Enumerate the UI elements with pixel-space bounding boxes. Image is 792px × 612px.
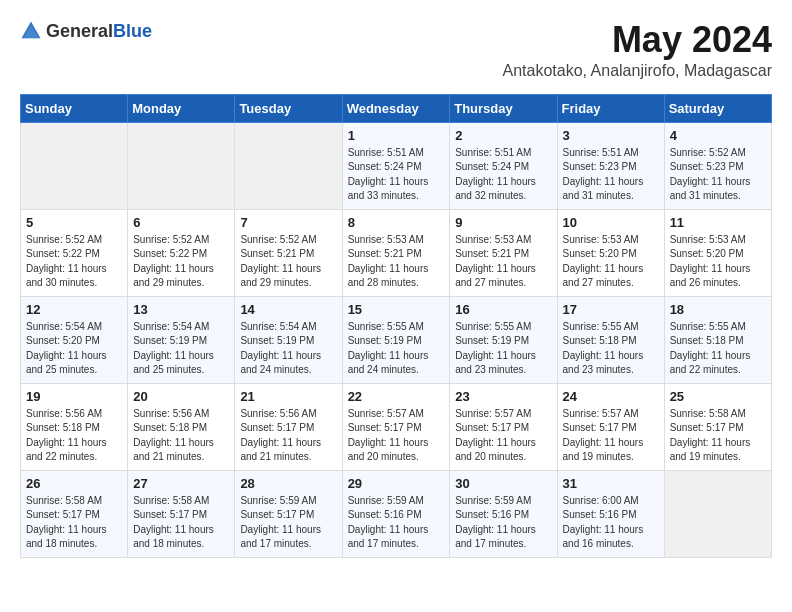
day-info: Sunrise: 5:57 AMSunset: 5:17 PMDaylight:… [563, 407, 659, 465]
day-info: Sunrise: 5:55 AMSunset: 5:19 PMDaylight:… [455, 320, 551, 378]
day-info: Sunrise: 6:00 AMSunset: 5:16 PMDaylight:… [563, 494, 659, 552]
day-info: Sunrise: 5:59 AMSunset: 5:17 PMDaylight:… [240, 494, 336, 552]
calendar-week-row: 5Sunrise: 5:52 AMSunset: 5:22 PMDaylight… [21, 209, 772, 296]
table-row: 4Sunrise: 5:52 AMSunset: 5:23 PMDaylight… [664, 122, 771, 209]
day-info: Sunrise: 5:55 AMSunset: 5:18 PMDaylight:… [670, 320, 766, 378]
day-number: 14 [240, 302, 336, 317]
main-title: May 2024 [503, 20, 773, 60]
day-info: Sunrise: 5:53 AMSunset: 5:21 PMDaylight:… [455, 233, 551, 291]
table-row: 31Sunrise: 6:00 AMSunset: 5:16 PMDayligh… [557, 470, 664, 557]
day-number: 5 [26, 215, 122, 230]
day-info: Sunrise: 5:53 AMSunset: 5:20 PMDaylight:… [670, 233, 766, 291]
day-info: Sunrise: 5:52 AMSunset: 5:21 PMDaylight:… [240, 233, 336, 291]
day-info: Sunrise: 5:51 AMSunset: 5:24 PMDaylight:… [455, 146, 551, 204]
day-info: Sunrise: 5:53 AMSunset: 5:20 PMDaylight:… [563, 233, 659, 291]
table-row: 12Sunrise: 5:54 AMSunset: 5:20 PMDayligh… [21, 296, 128, 383]
day-number: 6 [133, 215, 229, 230]
page: GeneralBlue May 2024 Antakotako, Analanj… [0, 0, 792, 568]
day-info: Sunrise: 5:56 AMSunset: 5:18 PMDaylight:… [26, 407, 122, 465]
table-row: 25Sunrise: 5:58 AMSunset: 5:17 PMDayligh… [664, 383, 771, 470]
day-number: 24 [563, 389, 659, 404]
day-info: Sunrise: 5:59 AMSunset: 5:16 PMDaylight:… [348, 494, 445, 552]
table-row: 8Sunrise: 5:53 AMSunset: 5:21 PMDaylight… [342, 209, 450, 296]
col-sunday: Sunday [21, 94, 128, 122]
calendar-table: Sunday Monday Tuesday Wednesday Thursday… [20, 94, 772, 558]
title-area: May 2024 Antakotako, Analanjirofo, Madag… [503, 20, 773, 80]
day-info: Sunrise: 5:59 AMSunset: 5:16 PMDaylight:… [455, 494, 551, 552]
table-row [21, 122, 128, 209]
day-info: Sunrise: 5:52 AMSunset: 5:22 PMDaylight:… [133, 233, 229, 291]
table-row: 15Sunrise: 5:55 AMSunset: 5:19 PMDayligh… [342, 296, 450, 383]
day-number: 28 [240, 476, 336, 491]
table-row: 26Sunrise: 5:58 AMSunset: 5:17 PMDayligh… [21, 470, 128, 557]
day-number: 22 [348, 389, 445, 404]
day-info: Sunrise: 5:52 AMSunset: 5:22 PMDaylight:… [26, 233, 122, 291]
table-row: 10Sunrise: 5:53 AMSunset: 5:20 PMDayligh… [557, 209, 664, 296]
day-number: 23 [455, 389, 551, 404]
day-info: Sunrise: 5:53 AMSunset: 5:21 PMDaylight:… [348, 233, 445, 291]
day-info: Sunrise: 5:51 AMSunset: 5:23 PMDaylight:… [563, 146, 659, 204]
day-number: 16 [455, 302, 551, 317]
table-row: 21Sunrise: 5:56 AMSunset: 5:17 PMDayligh… [235, 383, 342, 470]
col-wednesday: Wednesday [342, 94, 450, 122]
day-info: Sunrise: 5:52 AMSunset: 5:23 PMDaylight:… [670, 146, 766, 204]
day-number: 31 [563, 476, 659, 491]
table-row: 17Sunrise: 5:55 AMSunset: 5:18 PMDayligh… [557, 296, 664, 383]
day-info: Sunrise: 5:55 AMSunset: 5:19 PMDaylight:… [348, 320, 445, 378]
day-number: 9 [455, 215, 551, 230]
day-info: Sunrise: 5:55 AMSunset: 5:18 PMDaylight:… [563, 320, 659, 378]
table-row: 6Sunrise: 5:52 AMSunset: 5:22 PMDaylight… [128, 209, 235, 296]
day-info: Sunrise: 5:56 AMSunset: 5:18 PMDaylight:… [133, 407, 229, 465]
table-row: 5Sunrise: 5:52 AMSunset: 5:22 PMDaylight… [21, 209, 128, 296]
day-info: Sunrise: 5:56 AMSunset: 5:17 PMDaylight:… [240, 407, 336, 465]
table-row: 3Sunrise: 5:51 AMSunset: 5:23 PMDaylight… [557, 122, 664, 209]
table-row: 2Sunrise: 5:51 AMSunset: 5:24 PMDaylight… [450, 122, 557, 209]
col-tuesday: Tuesday [235, 94, 342, 122]
day-number: 27 [133, 476, 229, 491]
day-number: 17 [563, 302, 659, 317]
logo-general-text: General [46, 21, 113, 41]
day-number: 20 [133, 389, 229, 404]
calendar-week-row: 26Sunrise: 5:58 AMSunset: 5:17 PMDayligh… [21, 470, 772, 557]
table-row: 28Sunrise: 5:59 AMSunset: 5:17 PMDayligh… [235, 470, 342, 557]
col-saturday: Saturday [664, 94, 771, 122]
logo-blue-text: Blue [113, 21, 152, 41]
table-row: 24Sunrise: 5:57 AMSunset: 5:17 PMDayligh… [557, 383, 664, 470]
table-row: 9Sunrise: 5:53 AMSunset: 5:21 PMDaylight… [450, 209, 557, 296]
day-number: 7 [240, 215, 336, 230]
table-row: 7Sunrise: 5:52 AMSunset: 5:21 PMDaylight… [235, 209, 342, 296]
table-row: 18Sunrise: 5:55 AMSunset: 5:18 PMDayligh… [664, 296, 771, 383]
table-row: 27Sunrise: 5:58 AMSunset: 5:17 PMDayligh… [128, 470, 235, 557]
day-number: 30 [455, 476, 551, 491]
day-number: 3 [563, 128, 659, 143]
day-info: Sunrise: 5:54 AMSunset: 5:19 PMDaylight:… [133, 320, 229, 378]
day-number: 18 [670, 302, 766, 317]
table-row: 23Sunrise: 5:57 AMSunset: 5:17 PMDayligh… [450, 383, 557, 470]
table-row: 1Sunrise: 5:51 AMSunset: 5:24 PMDaylight… [342, 122, 450, 209]
col-thursday: Thursday [450, 94, 557, 122]
table-row: 30Sunrise: 5:59 AMSunset: 5:16 PMDayligh… [450, 470, 557, 557]
day-number: 10 [563, 215, 659, 230]
table-row: 11Sunrise: 5:53 AMSunset: 5:20 PMDayligh… [664, 209, 771, 296]
table-row: 14Sunrise: 5:54 AMSunset: 5:19 PMDayligh… [235, 296, 342, 383]
day-number: 26 [26, 476, 122, 491]
subtitle: Antakotako, Analanjirofo, Madagascar [503, 62, 773, 80]
calendar-header-row: Sunday Monday Tuesday Wednesday Thursday… [21, 94, 772, 122]
day-number: 12 [26, 302, 122, 317]
table-row [128, 122, 235, 209]
calendar-week-row: 1Sunrise: 5:51 AMSunset: 5:24 PMDaylight… [21, 122, 772, 209]
day-number: 21 [240, 389, 336, 404]
day-number: 15 [348, 302, 445, 317]
logo: GeneralBlue [20, 20, 152, 42]
day-number: 25 [670, 389, 766, 404]
day-number: 29 [348, 476, 445, 491]
table-row: 20Sunrise: 5:56 AMSunset: 5:18 PMDayligh… [128, 383, 235, 470]
day-info: Sunrise: 5:54 AMSunset: 5:19 PMDaylight:… [240, 320, 336, 378]
table-row [664, 470, 771, 557]
table-row: 22Sunrise: 5:57 AMSunset: 5:17 PMDayligh… [342, 383, 450, 470]
day-info: Sunrise: 5:58 AMSunset: 5:17 PMDaylight:… [26, 494, 122, 552]
table-row: 19Sunrise: 5:56 AMSunset: 5:18 PMDayligh… [21, 383, 128, 470]
day-info: Sunrise: 5:57 AMSunset: 5:17 PMDaylight:… [348, 407, 445, 465]
table-row: 13Sunrise: 5:54 AMSunset: 5:19 PMDayligh… [128, 296, 235, 383]
day-info: Sunrise: 5:51 AMSunset: 5:24 PMDaylight:… [348, 146, 445, 204]
